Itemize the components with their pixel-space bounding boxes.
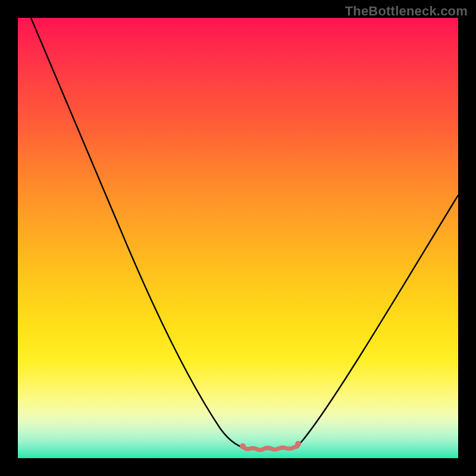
- valley-marker: [244, 446, 298, 450]
- watermark-text: TheBottleneck.com: [345, 4, 468, 19]
- chart-container: TheBottleneck.com: [0, 0, 476, 476]
- plot-area: [18, 18, 458, 458]
- bottleneck-curve: [18, 18, 458, 458]
- curve-path: [31, 18, 458, 449]
- valley-start-dot: [240, 443, 246, 449]
- valley-end-dot: [295, 441, 301, 447]
